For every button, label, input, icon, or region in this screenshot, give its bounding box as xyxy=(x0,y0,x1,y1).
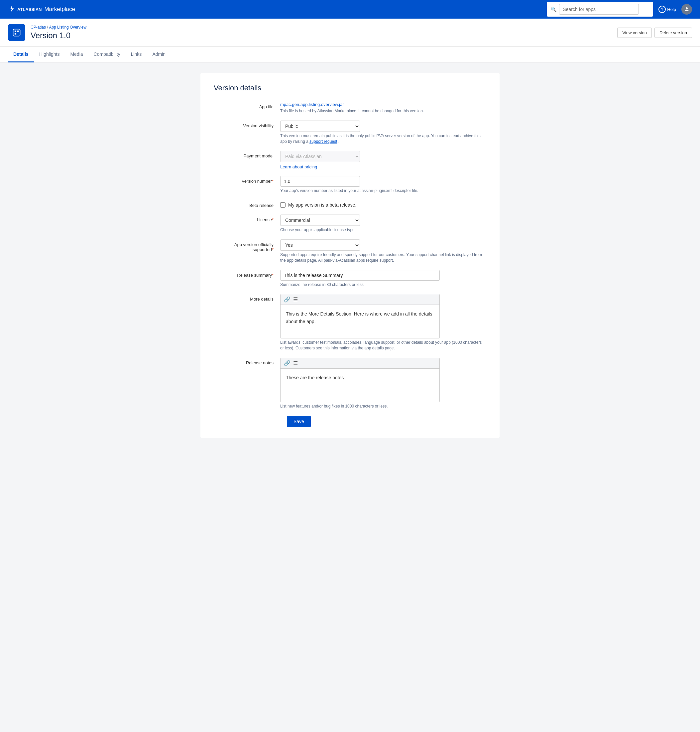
tab-media[interactable]: Media xyxy=(65,47,88,62)
version-number-label: Version number* xyxy=(214,176,280,184)
version-visibility-label: Version visibility xyxy=(214,120,280,128)
version-number-row: Version number* Your app's version numbe… xyxy=(214,176,486,194)
beta-release-field: My app version is a beta release. xyxy=(280,200,486,208)
release-summary-label: Release summary* xyxy=(214,270,280,278)
tab-admin[interactable]: Admin xyxy=(147,47,171,62)
release-notes-link-icon[interactable]: 🔗 xyxy=(284,360,291,366)
release-summary-row: Release summary* Summarize the release i… xyxy=(214,270,486,288)
beta-release-row: Beta release My app version is a beta re… xyxy=(214,200,486,208)
payment-model-row: Payment model Paid via Atlassian Free Le… xyxy=(214,151,486,169)
search-icon: 🔍 xyxy=(551,7,556,12)
svg-point-0 xyxy=(686,7,688,9)
save-row: Save xyxy=(214,416,486,427)
help-circle-icon: ? xyxy=(659,6,666,13)
breadcrumb-current[interactable]: App Listing Overview xyxy=(49,25,87,29)
page-header-right: View version Delete version xyxy=(617,28,692,38)
help-button[interactable]: ? Help xyxy=(659,6,676,13)
app-logo-icon xyxy=(12,28,21,37)
svg-rect-4 xyxy=(15,33,16,35)
release-notes-list-icon[interactable]: ☰ xyxy=(293,360,298,366)
app-version-supported-note: Supported apps require friendly and spee… xyxy=(280,252,486,263)
more-details-list-icon[interactable]: ☰ xyxy=(293,296,298,302)
app-file-link[interactable]: mpac.gen.app.listing.overview.jar xyxy=(280,102,344,107)
help-label: Help xyxy=(667,7,676,12)
license-label: License* xyxy=(214,214,280,222)
delete-version-button[interactable]: Delete version xyxy=(654,28,692,38)
release-summary-field: Summarize the release in 80 characters o… xyxy=(280,270,486,288)
version-visibility-field: Public Private This version must remain … xyxy=(280,120,486,144)
more-details-field: 🔗 ☰ This is the More Details Section. He… xyxy=(280,294,486,351)
payment-model-select[interactable]: Paid via Atlassian Free xyxy=(280,151,360,162)
user-avatar[interactable] xyxy=(681,4,692,15)
more-details-toolbar: 🔗 ☰ xyxy=(281,294,440,305)
more-details-note: List awards, customer testimonials, acco… xyxy=(280,340,486,351)
svg-rect-3 xyxy=(17,31,19,32)
app-file-label: App file xyxy=(214,102,280,109)
tab-details[interactable]: Details xyxy=(8,47,34,62)
release-notes-editor[interactable]: 🔗 ☰ These are the release notes xyxy=(280,358,440,402)
beta-release-label: Beta release xyxy=(214,200,280,208)
tab-highlights[interactable]: Highlights xyxy=(34,47,65,62)
release-notes-label: Release notes xyxy=(214,358,280,365)
svg-rect-1 xyxy=(13,29,20,36)
license-row: License* Commercial Open Source Free Cho… xyxy=(214,214,486,233)
beta-checkbox-row: My app version is a beta release. xyxy=(280,200,486,208)
tabs-bar: Details Highlights Media Compatibility L… xyxy=(0,47,700,62)
license-note: Choose your app's applicable license typ… xyxy=(280,227,486,233)
beta-release-checkbox[interactable] xyxy=(280,202,285,208)
svg-rect-2 xyxy=(15,31,16,32)
tab-links[interactable]: Links xyxy=(126,47,147,62)
version-visibility-row: Version visibility Public Private This v… xyxy=(214,120,486,144)
main-content: Version details App file mpac.gen.app.li… xyxy=(200,73,500,438)
header-left: ATLASSIAN Marketplace xyxy=(8,6,75,13)
release-notes-toolbar: 🔗 ☰ xyxy=(281,358,440,369)
more-details-label: More details xyxy=(214,294,280,302)
page-title-block: CP-atlas / App Listing Overview Version … xyxy=(31,25,87,40)
tab-compatibility[interactable]: Compatibility xyxy=(88,47,126,62)
version-number-field: Your app's version number as listed in y… xyxy=(280,176,486,194)
app-file-field: mpac.gen.app.listing.overview.jar This f… xyxy=(280,102,486,114)
breadcrumb-parent[interactable]: CP-atlas xyxy=(31,25,46,29)
app-version-supported-label: App version officially supported* xyxy=(214,239,280,252)
version-number-input[interactable] xyxy=(280,176,360,187)
release-notes-field: 🔗 ☰ These are the release notes List new… xyxy=(280,358,486,409)
release-notes-note: List new features and/or bug fixes in 10… xyxy=(280,403,486,409)
beta-release-checkbox-label: My app version is a beta release. xyxy=(288,202,356,208)
app-icon xyxy=(8,24,25,41)
release-notes-body[interactable]: These are the release notes xyxy=(281,369,440,402)
release-notes-row: Release notes 🔗 ☰ These are the release … xyxy=(214,358,486,409)
search-input[interactable] xyxy=(559,4,639,15)
version-visibility-select[interactable]: Public Private xyxy=(280,120,360,132)
payment-model-field: Paid via Atlassian Free Learn about pric… xyxy=(280,151,486,169)
payment-model-label: Payment model xyxy=(214,151,280,158)
release-summary-input[interactable] xyxy=(280,270,440,281)
version-visibility-note: This version must remain public as it is… xyxy=(280,133,486,144)
more-details-link-icon[interactable]: 🔗 xyxy=(284,296,291,302)
license-select[interactable]: Commercial Open Source Free xyxy=(280,214,360,226)
search-bar[interactable]: 🔍 xyxy=(547,2,653,17)
view-version-button[interactable]: View version xyxy=(617,28,651,38)
section-title: Version details xyxy=(214,84,486,92)
more-details-editor[interactable]: 🔗 ☰ This is the More Details Section. He… xyxy=(280,294,440,339)
learn-pricing-link[interactable]: Learn about pricing xyxy=(280,164,317,169)
app-version-supported-select[interactable]: Yes No xyxy=(280,239,360,251)
header: ATLASSIAN Marketplace 🔍 ? Help xyxy=(0,0,700,19)
user-icon xyxy=(684,6,690,12)
more-details-row: More details 🔗 ☰ This is the More Detail… xyxy=(214,294,486,351)
license-field: Commercial Open Source Free Choose your … xyxy=(280,214,486,233)
support-request-link[interactable]: support request xyxy=(309,139,337,144)
marketplace-text: Marketplace xyxy=(44,6,75,13)
version-number-note: Your app's version number as listed in y… xyxy=(280,188,486,194)
app-version-supported-field: Yes No Supported apps require friendly a… xyxy=(280,239,486,263)
breadcrumb: CP-atlas / App Listing Overview xyxy=(31,25,87,29)
page-header: CP-atlas / App Listing Overview Version … xyxy=(0,19,700,47)
save-button[interactable]: Save xyxy=(287,416,311,427)
atlassian-logo-icon xyxy=(8,6,15,13)
page-title: Version 1.0 xyxy=(31,31,87,40)
app-version-supported-row: App version officially supported* Yes No… xyxy=(214,239,486,263)
app-file-row: App file mpac.gen.app.listing.overview.j… xyxy=(214,102,486,114)
logo-text: ATLASSIAN xyxy=(17,7,41,12)
more-details-body[interactable]: This is the More Details Section. Here i… xyxy=(281,305,440,338)
atlassian-logo: ATLASSIAN xyxy=(8,6,41,13)
page-header-left: CP-atlas / App Listing Overview Version … xyxy=(8,24,87,41)
